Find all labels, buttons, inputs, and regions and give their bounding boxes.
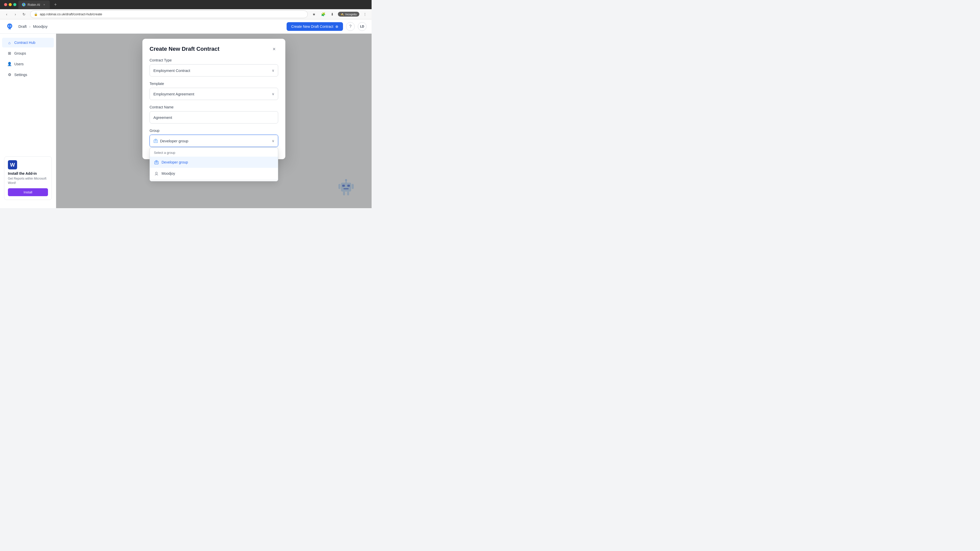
contract-type-value: Employment Contract [153,68,190,73]
help-btn[interactable]: ? [346,22,355,31]
group-selected-label: Developer group [160,139,188,143]
svg-rect-17 [156,162,156,163]
template-select[interactable]: Employment Agreement ∨ [150,88,278,100]
incognito-icon: 🕵 [340,13,344,16]
top-nav: Draft › Moodjoy Create New Draft Contrac… [0,19,372,34]
dropdown-item-moodjoy[interactable]: Moodjoy [150,168,278,179]
download-btn[interactable]: ⬇ [329,11,336,18]
maximize-window-btn[interactable] [13,3,16,6]
breadcrumb-draft[interactable]: Draft [18,24,27,29]
tab-favicon: 🦜 [22,3,25,6]
help-icon: ? [349,24,352,29]
plus-icon: ⊕ [335,24,339,29]
svg-point-20 [156,172,157,174]
addon-title: Install the Add-in [8,171,48,176]
sidebar-label-groups: Groups [14,51,26,56]
group-chevron-icon: ∨ [272,139,274,143]
svg-rect-12 [154,140,158,143]
logo[interactable] [5,22,14,31]
contract-name-label: Contract Name [150,105,278,109]
back-btn[interactable]: ‹ [3,11,10,18]
word-letter: W [10,162,15,168]
bookmark-btn[interactable]: ★ [310,11,318,18]
template-group: Template Employment Agreement ∨ [150,82,278,100]
template-label: Template [150,82,278,86]
modal-header: Create New Draft Contract × [142,39,285,58]
secure-icon: 🔒 [34,13,38,16]
extensions-btn[interactable]: 🧩 [320,11,327,18]
forward-btn[interactable]: › [12,11,19,18]
groups-icon: ⊞ [7,51,12,56]
user-avatar-btn[interactable]: LD [358,22,366,31]
group-dropdown[interactable]: Select a group [150,148,278,181]
group-building-icon [153,138,158,143]
group-form-group: Group [150,129,278,147]
svg-rect-15 [155,139,156,140]
avatar-initials: LD [360,25,364,28]
close-icon: × [272,46,275,52]
sidebar: ⌂ Contract Hub ⊞ Groups 👤 Users ⚙ Settin… [0,34,56,208]
active-tab[interactable]: 🦜 Robin AI × [18,0,50,9]
svg-point-0 [8,25,9,27]
word-icon: W [8,160,17,169]
tab-title: Robin AI [27,3,40,6]
group-select-wrapper: Developer group ∨ Select a group [150,135,278,147]
breadcrumb-separator: › [29,24,30,29]
tab-close-btn[interactable]: × [42,3,46,6]
url-text: app.robinai.co.uk/draft/contract-hub/cre… [40,12,102,16]
contract-name-input[interactable] [150,111,278,124]
refresh-btn[interactable]: ↻ [21,11,27,18]
install-btn[interactable]: Install [8,188,48,196]
create-new-draft-btn[interactable]: Create New Draft Contract ⊕ [286,22,343,31]
moodjoy-label: Moodjoy [162,171,175,176]
url-bar[interactable]: 🔒 app.robinai.co.uk/draft/contract-hub/c… [30,11,308,18]
breadcrumb-company: Moodjoy [33,24,48,29]
group-label: Group [150,129,278,133]
incognito-label: Incognito [345,13,357,16]
dropdown-item-developer-group[interactable]: Developer group [150,157,278,168]
addon-card: W Install the Add-in Get Reports within … [4,156,52,200]
nav-buttons[interactable]: ‹ › ↻ [3,11,27,18]
template-chevron-icon: ∨ [272,92,274,96]
svg-point-1 [10,25,11,27]
contract-type-select[interactable]: Employment Contract ∨ [150,64,278,76]
moodjoy-icon [154,171,159,176]
sidebar-item-users[interactable]: 👤 Users [2,59,54,69]
dropdown-header-label: Select a group [150,148,278,157]
dropdown-scroll-thumb[interactable] [275,181,277,181]
users-icon: 👤 [7,62,12,66]
minimize-window-btn[interactable] [9,3,12,6]
modal-close-btn[interactable]: × [270,45,278,53]
sidebar-label-contract-hub: Contract Hub [14,41,35,44]
create-btn-label: Create New Draft Contract [291,24,333,29]
group-select[interactable]: Developer group ∨ [150,135,278,147]
sidebar-item-settings[interactable]: ⚙ Settings [2,70,54,79]
install-btn-label: Install [24,190,32,194]
modal-dialog: Create New Draft Contract × Contract Typ… [142,39,285,159]
sidebar-item-groups[interactable]: ⊞ Groups [2,48,54,58]
new-tab-btn[interactable]: + [52,1,59,8]
window-controls[interactable] [4,3,16,6]
template-value: Employment Agreement [153,92,194,96]
modal-overlay[interactable]: Create New Draft Contract × Contract Typ… [56,34,372,208]
sidebar-item-contract-hub[interactable]: ⌂ Contract Hub [2,38,54,48]
contract-hub-icon: ⌂ [7,40,12,45]
app-container: Draft › Moodjoy Create New Draft Contrac… [0,19,372,208]
contract-type-chevron-icon: ∨ [272,68,274,73]
browser-chrome: 🦜 Robin AI × + [0,0,372,9]
address-actions: ★ 🧩 ⬇ 🕵 Incognito ⋮ [310,11,369,18]
developer-group-label: Developer group [162,160,188,164]
more-btn[interactable]: ⋮ [361,11,369,18]
svg-rect-13 [155,141,156,141]
modal-body: Contract Type Employment Contract ∨ Temp… [142,58,285,159]
contract-name-group: Contract Name [150,105,278,124]
nav-right: Create New Draft Contract ⊕ ? LD [286,22,366,31]
sidebar-label-settings: Settings [14,73,27,77]
svg-rect-16 [155,161,158,164]
modal-title: Create New Draft Contract [150,46,220,52]
contract-type-label: Contract Type [150,58,278,62]
svg-rect-19 [156,160,157,162]
developer-group-icon [154,160,159,165]
incognito-badge: 🕵 Incognito [338,12,360,17]
close-window-btn[interactable] [4,3,7,6]
